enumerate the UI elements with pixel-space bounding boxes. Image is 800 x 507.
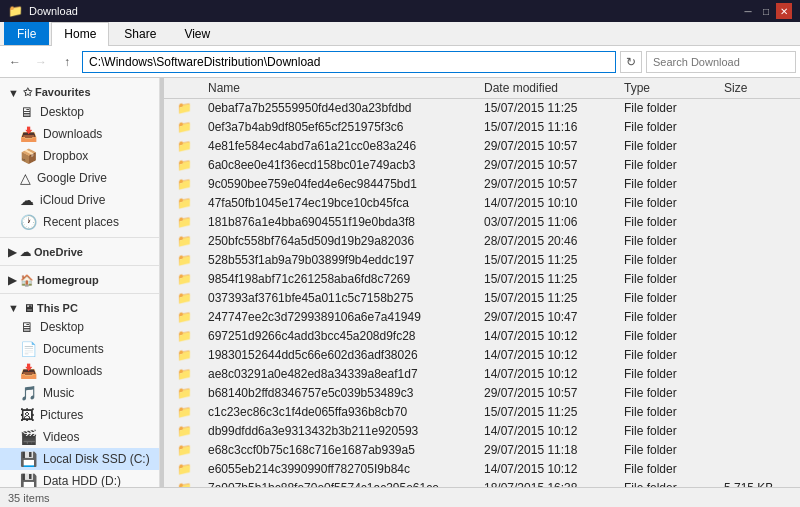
sidebar-divider-3 [0, 293, 159, 294]
file-type: File folder [620, 347, 720, 363]
maximize-button[interactable]: □ [758, 3, 774, 19]
file-size [720, 157, 800, 173]
file-list-body: 📁0ebaf7a7b25559950fd4ed30a23bfdbd15/07/2… [164, 99, 800, 487]
sidebar-item-documents[interactable]: 📄 Documents [0, 338, 159, 360]
file-size [720, 385, 800, 401]
table-row[interactable]: 📁ae8c03291a0e482ed8a34339a8eaf1d714/07/2… [164, 365, 800, 384]
table-row[interactable]: 📁6a0c8ee0e41f36ecd158bc01e749acb329/07/2… [164, 156, 800, 175]
file-size [720, 176, 800, 192]
recentplaces-icon: 🕐 [20, 214, 37, 230]
close-button[interactable]: ✕ [776, 3, 792, 19]
file-name: b68140b2ffd8346757e5c039b53489c3 [204, 385, 480, 401]
col-size-header[interactable]: Size [720, 81, 800, 95]
file-modified: 14/07/2015 10:10 [480, 195, 620, 211]
sidebar-item-desktop2[interactable]: 🖥 Desktop [0, 316, 159, 338]
sidebar-section-homegroup[interactable]: ▶ 🏠 Homegroup [0, 270, 159, 289]
back-button[interactable]: ← [4, 51, 26, 73]
col-type-header[interactable]: Type [620, 81, 720, 95]
sidebar-item-label: Pictures [40, 408, 83, 422]
forward-button[interactable]: → [30, 51, 52, 73]
folder-icon: 📁 [164, 195, 204, 211]
tab-share[interactable]: Share [111, 22, 169, 45]
sidebar-item-downloads2[interactable]: 📥 Downloads [0, 360, 159, 382]
table-row[interactable]: 📁528b553f1ab9a79b03899f9b4eddc19715/07/2… [164, 251, 800, 270]
table-row[interactable]: 📁9c0590bee759e04fed4e6ec984475bd129/07/2… [164, 175, 800, 194]
folder-icon: 📁 [164, 480, 204, 487]
table-row[interactable]: 📁181b876a1e4bba6904551f19e0bda3f803/07/2… [164, 213, 800, 232]
sidebar-item-label: Desktop [40, 105, 84, 119]
sidebar-item-pictures[interactable]: 🖼 Pictures [0, 404, 159, 426]
tab-view[interactable]: View [171, 22, 223, 45]
file-type: File folder [620, 480, 720, 487]
window-icon: 📁 [8, 4, 23, 18]
favourites-label: ✩ Favourites [23, 86, 91, 99]
sidebar-item-downloads[interactable]: 📥 Downloads [0, 123, 159, 145]
file-name: 9c0590bee759e04fed4e6ec984475bd1 [204, 176, 480, 192]
minimize-button[interactable]: ─ [740, 3, 756, 19]
desktop-icon: 🖥 [20, 104, 34, 120]
sidebar-item-localdisk[interactable]: 💾 Local Disk SSD (C:) [0, 448, 159, 470]
folder-icon: 📁 [164, 461, 204, 477]
table-row[interactable]: 📁db99dfdd6a3e9313432b3b211e92059314/07/2… [164, 422, 800, 441]
sidebar-section-thispc[interactable]: ▼ 🖥 This PC [0, 298, 159, 316]
sidebar-item-googledrive[interactable]: △ Google Drive [0, 167, 159, 189]
table-row[interactable]: 📁e68c3ccf0b75c168c716e1687ab939a529/07/2… [164, 441, 800, 460]
icloud-icon: ☁ [20, 192, 34, 208]
sidebar-section-favourites[interactable]: ▼ ✩ Favourites [0, 82, 159, 101]
file-size [720, 309, 800, 325]
sidebar-item-videos[interactable]: 🎬 Videos [0, 426, 159, 448]
table-row[interactable]: 📁0ebaf7a7b25559950fd4ed30a23bfdbd15/07/2… [164, 99, 800, 118]
table-row[interactable]: 📁7a907b5b1bc88fe70e0f5574c1ac395e61ce...… [164, 479, 800, 487]
tab-home[interactable]: Home [51, 22, 109, 46]
file-modified: 29/07/2015 11:18 [480, 442, 620, 458]
folder-icon: 📁 [164, 423, 204, 439]
title-bar-controls: ─ □ ✕ [740, 3, 792, 19]
sidebar-item-label: Data HDD (D:) [43, 474, 121, 487]
refresh-button[interactable]: ↻ [620, 51, 642, 73]
file-size [720, 347, 800, 363]
folder-icon: 📁 [164, 119, 204, 135]
table-row[interactable]: 📁c1c23ec86c3c1f4de065ffa936b8cb7015/07/2… [164, 403, 800, 422]
search-input[interactable] [646, 51, 796, 73]
table-row[interactable]: 📁037393af3761bfe45a011c5c7158b27515/07/2… [164, 289, 800, 308]
pictures-icon: 🖼 [20, 407, 34, 423]
address-input[interactable] [82, 51, 616, 73]
thispc-label: 🖥 This PC [23, 302, 78, 314]
file-type: File folder [620, 233, 720, 249]
folder-icon: 📁 [164, 271, 204, 287]
file-type: File folder [620, 119, 720, 135]
table-row[interactable]: 📁697251d9266c4add3bcc45a208d9fc2814/07/2… [164, 327, 800, 346]
table-row[interactable]: 📁b68140b2ffd8346757e5c039b53489c329/07/2… [164, 384, 800, 403]
table-row[interactable]: 📁4e81fe584ec4abd7a61a21cc0e83a24629/07/2… [164, 137, 800, 156]
sidebar-item-datahdd[interactable]: 💾 Data HDD (D:) [0, 470, 159, 487]
table-row[interactable]: 📁e6055eb214c3990990ff782705I9b84c14/07/2… [164, 460, 800, 479]
music-icon: 🎵 [20, 385, 37, 401]
sidebar-section-onedrive[interactable]: ▶ ☁ OneDrive [0, 242, 159, 261]
file-modified: 14/07/2015 10:12 [480, 461, 620, 477]
up-button[interactable]: ↑ [56, 51, 78, 73]
file-size [720, 119, 800, 135]
col-modified-header[interactable]: Date modified [480, 81, 620, 95]
sidebar-item-label: Documents [43, 342, 104, 356]
tab-file[interactable]: File [4, 22, 49, 45]
sidebar-item-icloud[interactable]: ☁ iCloud Drive [0, 189, 159, 211]
file-name: 9854f198abf71c261258aba6fd8c7269 [204, 271, 480, 287]
sidebar-divider-1 [0, 237, 159, 238]
sidebar-item-label: Recent places [43, 215, 119, 229]
sidebar-item-recentplaces[interactable]: 🕐 Recent places [0, 211, 159, 233]
file-modified: 14/07/2015 10:12 [480, 423, 620, 439]
documents-icon: 📄 [20, 341, 37, 357]
table-row[interactable]: 📁247747ee2c3d7299389106a6e7a4194929/07/2… [164, 308, 800, 327]
table-row[interactable]: 📁9854f198abf71c261258aba6fd8c726915/07/2… [164, 270, 800, 289]
table-row[interactable]: 📁47fa50fb1045e174ec19bce10cb45fca14/07/2… [164, 194, 800, 213]
sidebar-item-dropbox[interactable]: 📦 Dropbox [0, 145, 159, 167]
sidebar-item-desktop[interactable]: 🖥 Desktop [0, 101, 159, 123]
col-name-header[interactable]: Name [204, 81, 480, 95]
file-size [720, 195, 800, 211]
sidebar-item-music[interactable]: 🎵 Music [0, 382, 159, 404]
file-type: File folder [620, 442, 720, 458]
table-row[interactable]: 📁0ef3a7b4ab9df805ef65cf251975f3c615/07/2… [164, 118, 800, 137]
table-row[interactable]: 📁250bfc558bf764a5d509d19b29a8203628/07/2… [164, 232, 800, 251]
file-modified: 29/07/2015 10:57 [480, 176, 620, 192]
table-row[interactable]: 📁19830152644dd5c66e602d36adf3802614/07/2… [164, 346, 800, 365]
